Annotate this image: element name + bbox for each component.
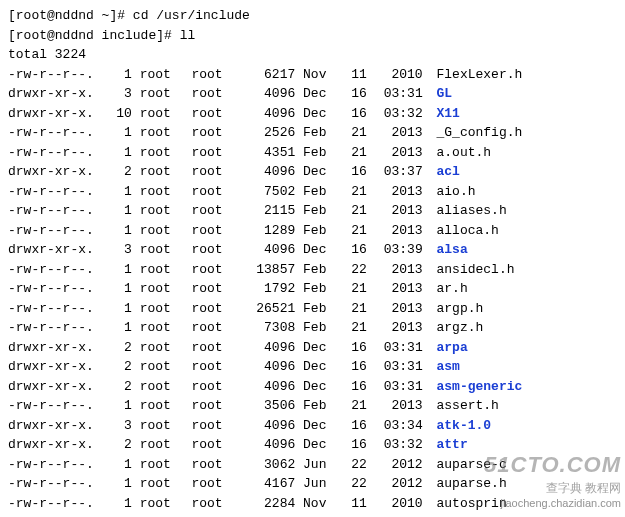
file-size: 26521 bbox=[243, 299, 295, 319]
date-time: 2013 bbox=[375, 201, 423, 221]
owner: root bbox=[140, 416, 184, 436]
date-month: Dec bbox=[303, 357, 335, 377]
date-day: 21 bbox=[343, 279, 367, 299]
date-month: Dec bbox=[303, 416, 335, 436]
link-count: 1 bbox=[108, 494, 132, 514]
link-count: 1 bbox=[108, 279, 132, 299]
file-name: ar.h bbox=[431, 279, 468, 299]
permissions: drwxr-xr-x. bbox=[8, 84, 100, 104]
date-day: 21 bbox=[343, 396, 367, 416]
date-day: 16 bbox=[343, 416, 367, 436]
permissions: drwxr-xr-x. bbox=[8, 104, 100, 124]
permissions: drwxr-xr-x. bbox=[8, 240, 100, 260]
date-month: Feb bbox=[303, 182, 335, 202]
link-count: 3 bbox=[108, 416, 132, 436]
permissions: drwxr-xr-x. bbox=[8, 162, 100, 182]
permissions: -rw-r--r--. bbox=[8, 318, 100, 338]
shell-prompt: [root@nddnd ~]# bbox=[8, 8, 133, 23]
date-time: 03:32 bbox=[375, 435, 423, 455]
group: root bbox=[191, 377, 235, 397]
file-name: argz.h bbox=[431, 318, 484, 338]
date-time: 03:31 bbox=[375, 84, 423, 104]
date-month: Nov bbox=[303, 494, 335, 514]
listing-row: -rw-r--r--. 1 root root 6217 Nov 11 2010… bbox=[8, 65, 617, 85]
date-day: 11 bbox=[343, 494, 367, 514]
owner: root bbox=[140, 182, 184, 202]
link-count: 1 bbox=[108, 143, 132, 163]
date-day: 21 bbox=[343, 123, 367, 143]
file-size: 4096 bbox=[243, 377, 295, 397]
directory-name: arpa bbox=[431, 338, 468, 358]
listing-row: drwxr-xr-x. 10 root root 4096 Dec 16 03:… bbox=[8, 104, 617, 124]
file-size: 4096 bbox=[243, 84, 295, 104]
link-count: 1 bbox=[108, 123, 132, 143]
total-line: total 3224 bbox=[8, 45, 617, 65]
date-time: 2010 bbox=[375, 65, 423, 85]
file-size: 3062 bbox=[243, 455, 295, 475]
listing-row: drwxr-xr-x. 2 root root 4096 Dec 16 03:3… bbox=[8, 357, 617, 377]
listing-row: -rw-r--r--. 1 root root 3062 Jun 22 2012… bbox=[8, 455, 617, 475]
listing-row: -rw-r--r--. 1 root root 7502 Feb 21 2013… bbox=[8, 182, 617, 202]
link-count: 1 bbox=[108, 396, 132, 416]
listing-row: -rw-r--r--. 1 root root 26521 Feb 21 201… bbox=[8, 299, 617, 319]
file-name: ansidecl.h bbox=[431, 260, 515, 280]
date-day: 16 bbox=[343, 377, 367, 397]
file-size: 4167 bbox=[243, 474, 295, 494]
permissions: -rw-r--r--. bbox=[8, 65, 100, 85]
link-count: 1 bbox=[108, 260, 132, 280]
owner: root bbox=[140, 279, 184, 299]
group: root bbox=[191, 338, 235, 358]
date-month: Feb bbox=[303, 279, 335, 299]
link-count: 1 bbox=[108, 299, 132, 319]
date-time: 03:31 bbox=[375, 338, 423, 358]
prompt-line: [root@nddnd include]# ll bbox=[8, 26, 617, 46]
file-size: 7308 bbox=[243, 318, 295, 338]
date-day: 21 bbox=[343, 299, 367, 319]
date-day: 21 bbox=[343, 143, 367, 163]
group: root bbox=[191, 162, 235, 182]
link-count: 2 bbox=[108, 377, 132, 397]
file-name: aio.h bbox=[431, 182, 476, 202]
date-time: 2013 bbox=[375, 182, 423, 202]
date-time: 2013 bbox=[375, 299, 423, 319]
owner: root bbox=[140, 143, 184, 163]
listing-row: -rw-r--r--. 1 root root 13857 Feb 22 201… bbox=[8, 260, 617, 280]
date-month: Dec bbox=[303, 240, 335, 260]
file-name: argp.h bbox=[431, 299, 484, 319]
link-count: 10 bbox=[108, 104, 132, 124]
owner: root bbox=[140, 240, 184, 260]
listing-row: -rw-r--r--. 1 root root 7308 Feb 21 2013… bbox=[8, 318, 617, 338]
date-time: 2013 bbox=[375, 143, 423, 163]
owner: root bbox=[140, 201, 184, 221]
date-day: 16 bbox=[343, 240, 367, 260]
group: root bbox=[191, 318, 235, 338]
owner: root bbox=[140, 104, 184, 124]
date-day: 22 bbox=[343, 260, 367, 280]
file-size: 6217 bbox=[243, 65, 295, 85]
date-day: 21 bbox=[343, 201, 367, 221]
shell-command: ll bbox=[180, 28, 196, 43]
date-day: 16 bbox=[343, 338, 367, 358]
listing-row: drwxr-xr-x. 2 root root 4096 Dec 16 03:3… bbox=[8, 377, 617, 397]
group: root bbox=[191, 201, 235, 221]
file-size: 4096 bbox=[243, 240, 295, 260]
date-month: Jun bbox=[303, 474, 335, 494]
listing-row: -rw-r--r--. 1 root root 4351 Feb 21 2013… bbox=[8, 143, 617, 163]
owner: root bbox=[140, 377, 184, 397]
listing-row: -rw-r--r--. 1 root root 2115 Feb 21 2013… bbox=[8, 201, 617, 221]
date-time: 2013 bbox=[375, 318, 423, 338]
owner: root bbox=[140, 260, 184, 280]
date-time: 2012 bbox=[375, 474, 423, 494]
link-count: 2 bbox=[108, 357, 132, 377]
date-month: Feb bbox=[303, 260, 335, 280]
group: root bbox=[191, 279, 235, 299]
permissions: drwxr-xr-x. bbox=[8, 416, 100, 436]
shell-prompt: [root@nddnd include]# bbox=[8, 28, 180, 43]
link-count: 1 bbox=[108, 201, 132, 221]
listing-row: -rw-r--r--. 1 root root 4167 Jun 22 2012… bbox=[8, 474, 617, 494]
file-name: assert.h bbox=[431, 396, 499, 416]
owner: root bbox=[140, 474, 184, 494]
file-size: 1289 bbox=[243, 221, 295, 241]
date-month: Feb bbox=[303, 221, 335, 241]
date-time: 03:37 bbox=[375, 162, 423, 182]
